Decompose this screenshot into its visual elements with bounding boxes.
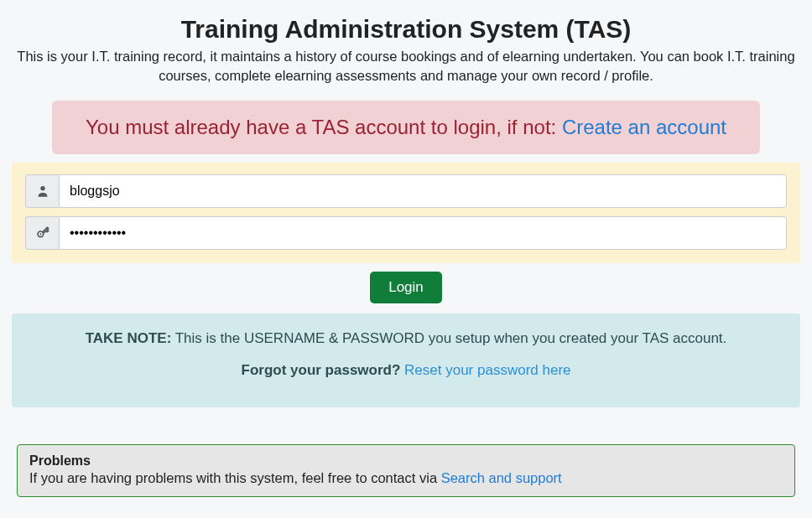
page-title: Training Administration System (TAS): [12, 15, 800, 44]
create-account-link[interactable]: Create an account: [562, 116, 726, 138]
login-button[interactable]: Login: [370, 272, 442, 303]
svg-point-0: [40, 186, 44, 190]
password-input[interactable]: [59, 216, 787, 250]
account-required-alert: You must already have a TAS account to l…: [52, 101, 760, 154]
username-input[interactable]: [59, 174, 787, 208]
note-panel: TAKE NOTE: This is the USERNAME & PASSWO…: [12, 313, 800, 407]
take-note-label: TAKE NOTE:: [86, 330, 172, 346]
page-description: This is your I.T. training record, it ma…: [12, 47, 800, 85]
problems-panel: Problems If you are having problems with…: [17, 444, 795, 497]
reset-password-link[interactable]: Reset your password here: [404, 362, 570, 378]
problems-text: If you are having problems with this sys…: [29, 470, 441, 485]
key-icon: [25, 216, 59, 250]
forgot-password-label: Forgot your password?: [242, 362, 405, 378]
user-icon: [25, 174, 59, 208]
svg-point-2: [39, 234, 41, 236]
login-form: [12, 163, 800, 263]
take-note-text: This is the USERNAME & PASSWORD you setu…: [171, 330, 726, 346]
search-support-link[interactable]: Search and support: [441, 470, 562, 485]
problems-title: Problems: [29, 453, 783, 469]
alert-text: You must already have a TAS account to l…: [86, 116, 562, 138]
